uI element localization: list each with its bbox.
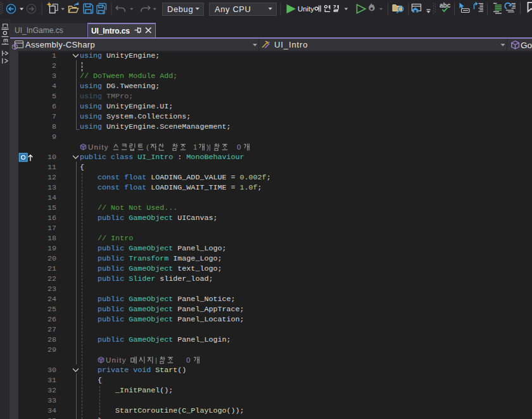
svg-text:Unity: Unity bbox=[298, 5, 314, 13]
svg-text:1: 1 bbox=[193, 143, 197, 151]
svg-text:UI_Intro: UI_Intro bbox=[274, 40, 308, 49]
svg-text:(: ( bbox=[146, 143, 149, 151]
svg-text:abc: abc bbox=[440, 2, 451, 9]
svg-text:Assembly-CSharp: Assembly-CSharp bbox=[25, 40, 95, 49]
svg-text:GoT: GoT bbox=[521, 41, 532, 50]
svg-text:Unity: Unity bbox=[106, 356, 127, 364]
svg-text:Any CPU: Any CPU bbox=[215, 4, 251, 14]
svg-text:Unity: Unity bbox=[88, 143, 109, 151]
svg-text:0: 0 bbox=[186, 356, 190, 364]
svg-text:|: | bbox=[155, 356, 157, 364]
svg-text:)|: )| bbox=[206, 143, 211, 151]
svg-text:0: 0 bbox=[237, 143, 241, 151]
svg-text:Debug: Debug bbox=[167, 4, 193, 14]
